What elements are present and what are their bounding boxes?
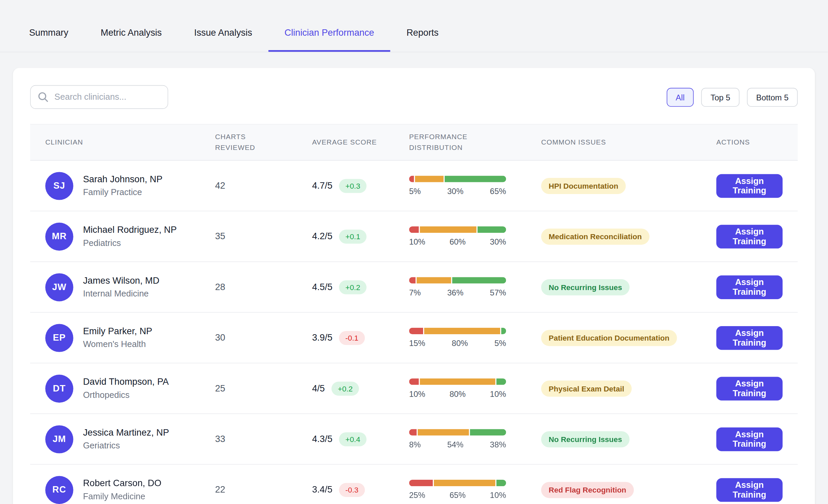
- average-percent-label: 30%: [447, 187, 464, 196]
- bar-segment-average: [417, 277, 451, 283]
- good-percent-label: 5%: [495, 339, 506, 348]
- bar-segment-average: [434, 480, 496, 486]
- clinician-name: Michael Rodriguez, NP: [83, 225, 177, 235]
- good-percent-label: 65%: [490, 187, 506, 196]
- assign-training-button[interactable]: Assign Training: [716, 478, 783, 501]
- good-percent-label: 57%: [490, 288, 506, 297]
- avatar: SJ: [45, 172, 73, 200]
- performance-bar: [409, 480, 506, 486]
- actions-cell: Assign Training: [701, 414, 798, 464]
- charts-reviewed-value: 30: [200, 313, 297, 363]
- distribution-labels: 5% 30% 65%: [409, 187, 506, 196]
- distribution-labels: 10% 80% 10%: [409, 389, 506, 398]
- performance-distribution-cell: 15% 80% 5%: [394, 313, 526, 363]
- clinician-name: David Thompson, PA: [83, 377, 168, 387]
- poor-percent-label: 7%: [409, 288, 421, 297]
- clinician-cell: EP Emily Parker, NP Women's Health: [30, 313, 200, 363]
- filter-group: AllTop 5Bottom 5: [667, 88, 798, 106]
- performance-distribution-cell: 7% 36% 57%: [394, 262, 526, 312]
- common-issues-cell: No Recurring Issues: [526, 262, 701, 312]
- column-header-actions: ACTIONS: [701, 137, 798, 148]
- common-issue-badge: Physical Exam Detail: [541, 380, 632, 397]
- tab-label: Metric Analysis: [101, 28, 162, 38]
- filter-button-top-5[interactable]: Top 5: [701, 88, 739, 106]
- table-row: EP Emily Parker, NP Women's Health 30 3.…: [30, 313, 798, 363]
- good-percent-label: 10%: [490, 389, 506, 398]
- performance-bar: [409, 378, 506, 385]
- tab-bar: Summary Metric Analysis Issue Analysis C…: [0, 0, 828, 52]
- tab-issue-analysis[interactable]: Issue Analysis: [178, 14, 268, 52]
- bar-segment-poor: [409, 429, 417, 436]
- table-body: SJ Sarah Johnson, NP Family Practice 42 …: [30, 161, 798, 504]
- column-header-average-score: AVERAGE SCORE: [297, 137, 394, 148]
- score-delta-badge: +0.3: [339, 179, 367, 193]
- tab-label: Clinician Performance: [285, 28, 374, 38]
- good-percent-label: 38%: [490, 440, 506, 449]
- assign-training-button[interactable]: Assign Training: [716, 377, 783, 400]
- clinician-name: Jessica Martinez, NP: [83, 428, 169, 438]
- bar-segment-good: [478, 226, 506, 233]
- poor-percent-label: 5%: [409, 187, 421, 196]
- bar-segment-poor: [409, 328, 423, 334]
- toolbar: AllTop 5Bottom 5: [30, 85, 798, 109]
- distribution-labels: 15% 80% 5%: [409, 339, 506, 348]
- common-issue-badge: Red Flag Recognition: [541, 482, 634, 498]
- common-issues-cell: Red Flag Recognition: [526, 465, 701, 504]
- distribution-labels: 25% 65% 10%: [409, 491, 506, 500]
- assign-training-button[interactable]: Assign Training: [716, 275, 783, 299]
- score-delta-badge: -0.1: [339, 331, 365, 345]
- assign-training-button[interactable]: Assign Training: [716, 224, 783, 248]
- score-cell: 4.2/5 +0.1: [297, 211, 394, 261]
- assign-training-button[interactable]: Assign Training: [716, 174, 783, 197]
- clinician-specialty: Pediatrics: [83, 238, 177, 248]
- poor-percent-label: 10%: [409, 237, 425, 246]
- filter-button-all[interactable]: All: [667, 88, 694, 106]
- clinician-text: Robert Carson, DO Family Medicine: [83, 478, 161, 501]
- poor-percent-label: 8%: [409, 440, 421, 449]
- average-score-value: 3.4/5: [312, 484, 332, 495]
- actions-cell: Assign Training: [701, 262, 798, 312]
- clinician-text: James Wilson, MD Internal Medicine: [83, 276, 159, 299]
- score-cell: 4.3/5 +0.4: [297, 414, 394, 464]
- tab-clinician-performance[interactable]: Clinician Performance: [268, 14, 390, 52]
- average-percent-label: 36%: [447, 288, 464, 297]
- assign-training-button[interactable]: Assign Training: [716, 326, 783, 349]
- charts-reviewed-value: 33: [200, 414, 297, 464]
- column-header-common-issues: COMMON ISSUES: [526, 137, 701, 148]
- average-percent-label: 80%: [452, 339, 468, 348]
- search-input[interactable]: [30, 85, 168, 109]
- bar-segment-good: [497, 480, 506, 486]
- performance-distribution-cell: 5% 30% 65%: [394, 161, 526, 211]
- common-issue-badge: HPI Documentation: [541, 178, 626, 194]
- tab-metric-analysis[interactable]: Metric Analysis: [85, 14, 178, 52]
- average-score-value: 4.2/5: [312, 231, 332, 242]
- score-cell: 3.9/5 -0.1: [297, 313, 394, 363]
- distribution-labels: 10% 60% 30%: [409, 237, 506, 246]
- clinician-cell: MR Michael Rodriguez, NP Pediatrics: [30, 211, 200, 261]
- bar-segment-average: [420, 226, 477, 233]
- avatar-initials: DT: [53, 383, 66, 394]
- clinician-specialty: Women's Health: [83, 340, 152, 349]
- clinician-text: Sarah Johnson, NP Family Practice: [83, 174, 162, 197]
- tab-reports[interactable]: Reports: [390, 14, 455, 52]
- average-percent-label: 65%: [449, 491, 466, 500]
- table-row: JW James Wilson, MD Internal Medicine 28…: [30, 262, 798, 313]
- table-row: DT David Thompson, PA Orthopedics 25 4/5…: [30, 363, 798, 414]
- bar-segment-average: [424, 328, 500, 334]
- table-row: MR Michael Rodriguez, NP Pediatrics 35 4…: [30, 211, 798, 262]
- performance-distribution-cell: 10% 60% 30%: [394, 211, 526, 261]
- table-row: SJ Sarah Johnson, NP Family Practice 42 …: [30, 161, 798, 211]
- tab-summary[interactable]: Summary: [13, 14, 84, 52]
- score-delta-badge: +0.1: [339, 229, 367, 244]
- avatar-initials: SJ: [54, 180, 65, 191]
- performance-distribution-cell: 10% 80% 10%: [394, 363, 526, 413]
- average-percent-label: 60%: [449, 237, 466, 246]
- common-issues-cell: HPI Documentation: [526, 161, 701, 211]
- common-issues-cell: Medication Reconciliation: [526, 211, 701, 261]
- poor-percent-label: 25%: [409, 491, 425, 500]
- score-delta-badge: +0.2: [339, 280, 367, 294]
- clinician-specialty: Geriatrics: [83, 441, 169, 451]
- assign-training-button[interactable]: Assign Training: [716, 427, 783, 451]
- filter-button-bottom-5[interactable]: Bottom 5: [747, 88, 798, 106]
- charts-reviewed-value: 28: [200, 262, 297, 312]
